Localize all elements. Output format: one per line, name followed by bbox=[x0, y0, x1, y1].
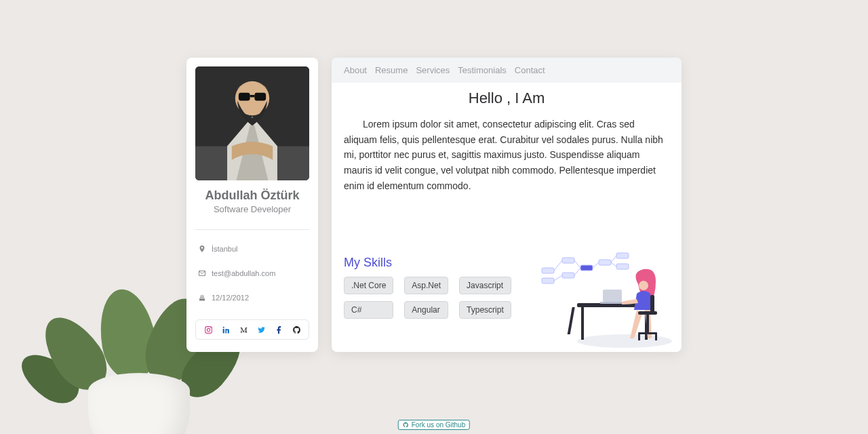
svg-line-22 bbox=[574, 268, 580, 275]
svg-rect-17 bbox=[616, 253, 629, 258]
svg-rect-16 bbox=[599, 260, 611, 265]
svg-point-33 bbox=[639, 281, 648, 290]
date-text: 12/12/2012 bbox=[212, 294, 249, 302]
info-date: 12/12/2012 bbox=[195, 285, 309, 310]
svg-line-23 bbox=[593, 262, 599, 268]
info-location: İstanbul bbox=[195, 237, 309, 261]
social-bar bbox=[195, 319, 309, 340]
profile-name: Abdullah Öztürk bbox=[195, 189, 309, 203]
svg-rect-18 bbox=[616, 264, 629, 269]
location-text: İstanbul bbox=[212, 245, 238, 253]
medium-link[interactable] bbox=[239, 325, 248, 334]
mail-icon bbox=[198, 269, 206, 277]
svg-line-19 bbox=[554, 260, 562, 271]
chip-aspnet: Asp.Net bbox=[404, 277, 448, 294]
twitter-link[interactable] bbox=[256, 325, 266, 334]
svg-rect-30 bbox=[568, 307, 575, 334]
info-email: test@abdullah.com bbox=[195, 261, 309, 285]
nav-testimonials[interactable]: Testimonials bbox=[458, 65, 507, 75]
svg-rect-38 bbox=[638, 334, 640, 340]
svg-line-25 bbox=[611, 262, 616, 267]
svg-line-20 bbox=[554, 275, 562, 281]
illustration bbox=[536, 241, 679, 349]
medium-icon bbox=[239, 326, 248, 334]
svg-rect-32 bbox=[600, 302, 625, 304]
svg-rect-9 bbox=[222, 328, 224, 333]
facebook-icon bbox=[275, 326, 283, 334]
divider bbox=[195, 229, 309, 230]
svg-rect-14 bbox=[562, 273, 574, 278]
profile-card: Abdullah Öztürk Software Developer İstan… bbox=[186, 58, 318, 352]
svg-rect-36 bbox=[646, 315, 649, 334]
profile-role: Software Developer bbox=[195, 204, 309, 214]
chip-csharp: C# bbox=[344, 301, 393, 319]
instagram-icon bbox=[204, 326, 213, 334]
facebook-link[interactable] bbox=[274, 325, 283, 334]
nav-services[interactable]: Services bbox=[416, 65, 450, 75]
svg-line-24 bbox=[611, 256, 616, 262]
instagram-link[interactable] bbox=[203, 325, 213, 334]
svg-rect-31 bbox=[603, 290, 622, 302]
svg-rect-37 bbox=[638, 332, 657, 334]
svg-rect-13 bbox=[562, 258, 574, 263]
chip-javascript: Javascript bbox=[459, 277, 511, 294]
svg-rect-5 bbox=[250, 95, 255, 97]
bio-text: Lorem ipsum dolor sit amet, consectetur … bbox=[344, 117, 669, 193]
github-icon bbox=[292, 326, 301, 334]
svg-rect-4 bbox=[254, 93, 266, 101]
cake-icon bbox=[198, 294, 206, 302]
svg-rect-3 bbox=[239, 93, 250, 101]
svg-rect-15 bbox=[580, 265, 593, 271]
svg-point-7 bbox=[207, 328, 210, 331]
twitter-icon bbox=[257, 326, 266, 334]
fork-on-github[interactable]: Fork us on Github bbox=[398, 420, 470, 430]
linkedin-icon bbox=[222, 326, 231, 334]
main-panel: About Resume Services Testimonials Conta… bbox=[332, 58, 682, 352]
chip-typescript: Typescript bbox=[459, 301, 511, 319]
github-link[interactable] bbox=[292, 325, 301, 334]
svg-rect-6 bbox=[205, 326, 212, 333]
avatar bbox=[195, 66, 309, 180]
github-icon bbox=[403, 422, 409, 428]
chip-dotnetcore: .Net Core bbox=[344, 277, 393, 294]
chip-angular: Angular bbox=[404, 301, 448, 319]
svg-rect-34 bbox=[650, 295, 654, 314]
nav-resume[interactable]: Resume bbox=[375, 65, 408, 75]
svg-line-21 bbox=[574, 260, 580, 268]
fork-label: Fork us on Github bbox=[412, 421, 465, 429]
svg-point-10 bbox=[222, 326, 224, 328]
svg-point-8 bbox=[210, 327, 210, 328]
email-text: test@abdullah.com bbox=[212, 269, 275, 277]
top-nav: About Resume Services Testimonials Conta… bbox=[332, 58, 682, 83]
svg-rect-35 bbox=[638, 311, 657, 315]
linkedin-link[interactable] bbox=[221, 325, 231, 334]
nav-contact[interactable]: Contact bbox=[515, 65, 545, 75]
svg-rect-12 bbox=[542, 278, 554, 283]
svg-rect-39 bbox=[655, 334, 657, 340]
svg-rect-28 bbox=[581, 307, 584, 340]
skills-chips: .Net Core Asp.Net Javascript C# Angular … bbox=[344, 277, 511, 319]
svg-rect-11 bbox=[542, 268, 554, 273]
svg-point-26 bbox=[577, 334, 672, 348]
pin-icon bbox=[198, 245, 206, 253]
nav-about[interactable]: About bbox=[344, 65, 367, 75]
hello-heading: Hello , I Am bbox=[344, 90, 669, 107]
